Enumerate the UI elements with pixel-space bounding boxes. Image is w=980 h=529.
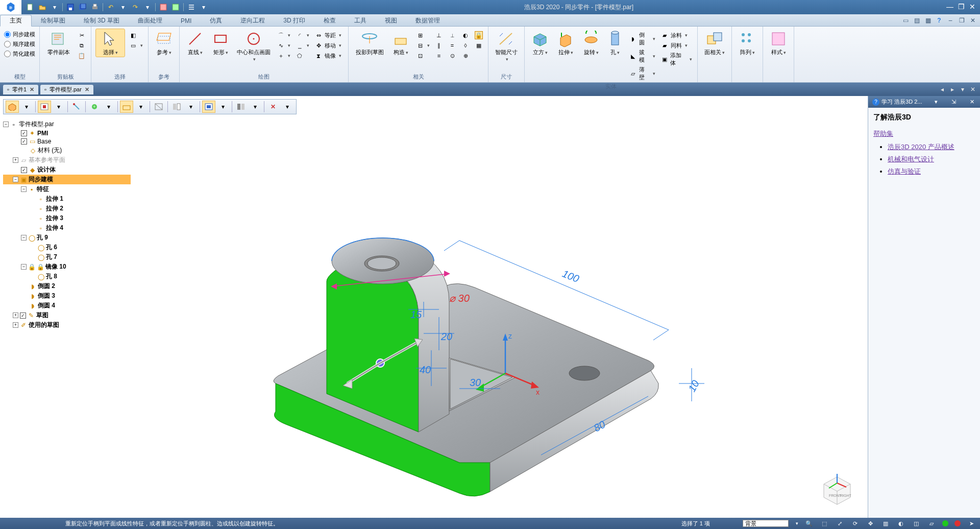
tab-next-icon[interactable]: ▸ xyxy=(948,86,957,93)
rel-grid[interactable]: ▦ xyxy=(474,41,484,50)
dim-10[interactable]: 10 xyxy=(686,378,701,394)
qat-dd-icon[interactable]: ▾ xyxy=(50,3,59,12)
rel-opt8[interactable]: = xyxy=(447,41,457,50)
dim-20[interactable]: 20 xyxy=(440,331,452,342)
dim-100[interactable]: 100 xyxy=(561,268,581,284)
qat-undo-icon[interactable]: ↶ xyxy=(106,3,115,12)
tab-tools[interactable]: 工具 xyxy=(345,15,376,27)
tab-data[interactable]: 数据管理 xyxy=(406,15,449,27)
sb-sketch-icon[interactable]: ◫ xyxy=(912,519,921,527)
rel-opt4[interactable]: ⊥ xyxy=(434,31,444,40)
extrude-button[interactable]: 拉伸▾ xyxy=(554,29,577,57)
ribbon-layout3-icon[interactable]: ▦ xyxy=(924,16,932,25)
mirror-button[interactable]: ⧗镜像▾ xyxy=(313,51,344,60)
ref-button[interactable]: 参考▾ xyxy=(153,29,175,57)
tab-3dprint[interactable]: 3D 打印 xyxy=(274,15,314,27)
qat-redo-icon[interactable]: ↷ xyxy=(131,3,140,12)
ribbon-layout2-icon[interactable]: ▤ xyxy=(913,16,921,25)
style-button[interactable]: 样式▾ xyxy=(767,29,790,57)
status-dot-green[interactable] xyxy=(942,520,948,526)
arc-button[interactable]: ⌒▾ xyxy=(276,31,291,40)
sb-pan-icon[interactable]: ✥ xyxy=(866,519,875,527)
view-cube[interactable]: FRONT RIGHT xyxy=(819,469,855,506)
cut-button[interactable]: ✂ xyxy=(77,31,87,40)
rel-opt2[interactable]: ⊟▾ xyxy=(415,41,431,50)
bg-dd-icon[interactable]: ▾ xyxy=(796,521,798,526)
dim-30[interactable]: 30 xyxy=(470,377,481,388)
3d-viewport[interactable]: z x ⌀ 30 xyxy=(0,96,868,518)
thin-button[interactable]: ▱薄壁▾ xyxy=(628,65,656,82)
rp-close-icon[interactable]: ✕ xyxy=(968,99,976,105)
rel-opt9[interactable]: ⊙ xyxy=(447,51,457,60)
rel-opt3[interactable]: ⊡ xyxy=(415,51,431,60)
app-logo[interactable] xyxy=(0,0,21,14)
bg-select[interactable] xyxy=(743,520,789,527)
minimize-icon[interactable]: — xyxy=(945,4,954,11)
sb-shading-icon[interactable]: ◐ xyxy=(896,519,905,527)
part-copy-button[interactable]: 零件副本 xyxy=(44,29,74,57)
poly-button[interactable]: ⬠ xyxy=(295,51,310,60)
qat-app1-icon[interactable] xyxy=(159,3,168,12)
tab-pmi[interactable]: PMI xyxy=(172,15,201,27)
rel-opt10[interactable]: ◐ xyxy=(460,31,471,40)
draft-button[interactable]: ◣拔模▾ xyxy=(628,48,656,64)
paste-button[interactable]: 📋 xyxy=(77,51,87,60)
sb-rotate-icon[interactable]: ⟳ xyxy=(850,519,860,527)
rel-opt6[interactable]: ≡ xyxy=(434,51,444,60)
equidist-button[interactable]: ⇔等距▾ xyxy=(313,31,344,40)
build-button[interactable]: 构造▾ xyxy=(389,29,412,57)
hole-button[interactable]: 孔▾ xyxy=(605,29,625,57)
radio-sync[interactable]: 同步建模 xyxy=(4,31,35,38)
cube-button[interactable]: 立方▾ xyxy=(529,29,551,57)
select-opt1[interactable]: ◧ xyxy=(128,31,144,40)
project-button[interactable]: 投影到草图 xyxy=(353,29,386,57)
rel-opt5[interactable]: ∥ xyxy=(434,41,444,50)
rp-dd-icon[interactable]: ▾ xyxy=(933,99,939,105)
rp-helpset-link[interactable]: 帮助集 xyxy=(873,129,975,138)
array-button[interactable]: 阵列▾ xyxy=(736,29,758,57)
qat-saveall-icon[interactable] xyxy=(78,3,87,12)
tab-sketch[interactable]: 绘制草图 xyxy=(32,15,75,27)
doc-tab-model[interactable]: ▫ 零件模型.par ✕ xyxy=(40,85,93,94)
spline-button[interactable]: ∿▾ xyxy=(276,41,291,50)
qat-new-icon[interactable] xyxy=(26,3,35,12)
smartdim-button[interactable]: 智能尺寸▾ xyxy=(493,29,520,64)
line-button[interactable]: 直线▾ xyxy=(184,29,206,57)
ribbon-help-icon[interactable]: ? xyxy=(935,16,943,25)
sb-zoom-icon[interactable]: 🔍 xyxy=(804,519,814,527)
tab-list-icon[interactable]: ▾ xyxy=(959,86,967,93)
maximize-icon[interactable]: ❐ xyxy=(957,4,966,11)
tab-3d-sketch[interactable]: 绘制 3D 草图 xyxy=(75,15,129,27)
rotate-button[interactable]: 旋转▾ xyxy=(580,29,602,57)
tab-home[interactable]: 主页 xyxy=(0,15,32,27)
move-button[interactable]: ✥移动▾ xyxy=(313,41,344,50)
rp-link-2[interactable]: 机械和电气设计 xyxy=(888,155,934,163)
rel-opt7[interactable]: ⟂ xyxy=(447,31,457,40)
dim-40[interactable]: 40 xyxy=(420,364,431,375)
select-button[interactable]: 选择▾ xyxy=(95,29,125,57)
tab-close-icon[interactable]: ✕ xyxy=(969,86,977,93)
rp-link-1[interactable]: 浩辰3D 2020 产品概述 xyxy=(888,143,954,151)
sb-persp-icon[interactable]: ▱ xyxy=(927,519,936,527)
workspace[interactable]: ▾ ▾ + ▾ ▾ ▾ ▾ ▾ ✕ ▾ xyxy=(0,96,868,518)
sb-arrow-icon[interactable]: ➤ xyxy=(967,519,976,527)
fillet-button[interactable]: ◜▾ xyxy=(295,31,310,40)
mdi-close-icon[interactable]: ✕ xyxy=(969,16,977,25)
paint-button[interactable]: ▰涂料▾ xyxy=(659,31,693,40)
dim-15[interactable]: 15 xyxy=(410,309,422,320)
tab-prev-icon[interactable]: ◂ xyxy=(938,86,946,93)
qat-dd3-icon[interactable]: ▾ xyxy=(143,3,152,12)
round-button[interactable]: ◗倒圆▾ xyxy=(628,31,656,47)
doc-tab-close[interactable]: ✕ xyxy=(30,86,34,93)
qat-save-icon[interactable] xyxy=(66,3,75,12)
rel-opt11[interactable]: ◊ xyxy=(460,41,471,50)
tab-sim[interactable]: 仿真 xyxy=(201,15,231,27)
tab-surface[interactable]: 曲面处理 xyxy=(129,15,172,27)
rp-link-3[interactable]: 仿真与验证 xyxy=(888,167,921,175)
qat-dd4-icon[interactable]: ▾ xyxy=(199,3,208,12)
rel-opt12[interactable]: ⊕ xyxy=(460,51,471,60)
trim-button[interactable]: ⎯▾ xyxy=(295,41,310,50)
doc-tab-close[interactable]: ✕ xyxy=(85,86,89,93)
facerel-button[interactable]: 面相关▾ xyxy=(702,29,727,57)
point-button[interactable]: ＋▾ xyxy=(276,51,291,60)
